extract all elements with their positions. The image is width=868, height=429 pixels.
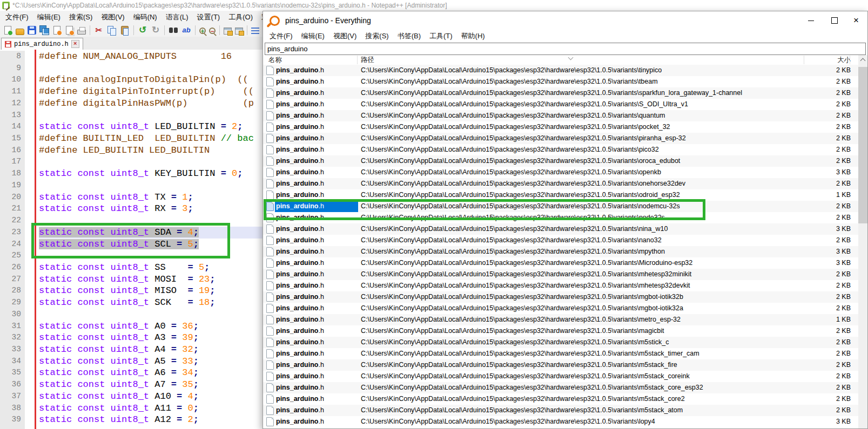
line-number[interactable]: 34: [0, 356, 25, 367]
column-divider[interactable]: [357, 56, 358, 64]
find-icon[interactable]: [169, 25, 178, 35]
line-number[interactable]: 20: [0, 192, 25, 203]
line-number[interactable]: 19: [0, 180, 25, 192]
tab-pins-arduino[interactable]: pins_arduino.h: [1, 38, 83, 50]
line-number[interactable]: 29: [0, 297, 25, 309]
line-number[interactable]: 17: [0, 156, 25, 168]
column-divider[interactable]: [850, 56, 850, 64]
line-number[interactable]: 8: [0, 51, 25, 63]
menu-item[interactable]: 工具(O): [224, 11, 257, 24]
line-number[interactable]: 23: [0, 227, 25, 239]
close-all-docs-icon[interactable]: [66, 26, 73, 35]
menu-item[interactable]: 编码(N): [129, 11, 162, 24]
sync-scroll-vertical-icon[interactable]: [224, 28, 232, 35]
line-number[interactable]: 32: [0, 332, 25, 344]
menu-item[interactable]: 编辑(E): [33, 11, 65, 24]
line-number[interactable]: 18: [0, 168, 25, 180]
menu-item[interactable]: 视图(V): [329, 30, 361, 43]
menu-item[interactable]: 文件(F): [1, 11, 33, 24]
table-row[interactable]: pins_arduino.hC:\Users\KinCony\AppData\L…: [263, 121, 858, 133]
line-number[interactable]: 13: [0, 110, 25, 121]
table-row[interactable]: pins_arduino.hC:\Users\KinCony\AppData\L…: [263, 155, 858, 167]
line-number[interactable]: 33: [0, 344, 25, 356]
table-row[interactable]: pins_arduino.hC:\Users\KinCony\AppData\L…: [263, 133, 858, 144]
column-divider[interactable]: [804, 56, 804, 64]
table-row[interactable]: pins_arduino.hC:\Users\KinCony\AppData\L…: [263, 291, 858, 303]
column-header-size[interactable]: 大小: [837, 56, 851, 65]
table-row[interactable]: pins_arduino.hC:\Users\KinCony\AppData\L…: [263, 65, 858, 76]
table-row[interactable]: pins_arduino.hC:\Users\KinCony\AppData\L…: [263, 99, 858, 110]
replace-icon[interactable]: ab: [181, 25, 191, 35]
new-file-icon[interactable]: [4, 26, 11, 35]
line-number[interactable]: 22: [0, 215, 25, 227]
menu-item[interactable]: 编辑(E): [297, 30, 329, 43]
table-row[interactable]: pins_arduino.hC:\Users\KinCony\AppData\L…: [263, 382, 858, 393]
scrollbar-thumb[interactable]: [858, 67, 867, 223]
undo-icon[interactable]: ↺: [138, 25, 147, 35]
scroll-up-icon[interactable]: [858, 55, 867, 64]
vertical-scrollbar[interactable]: [858, 55, 867, 428]
menu-item[interactable]: 视图(V): [97, 11, 129, 24]
line-number[interactable]: 30: [0, 309, 25, 321]
line-number[interactable]: 27: [0, 274, 25, 285]
table-row[interactable]: pins_arduino.hC:\Users\KinCony\AppData\L…: [263, 257, 858, 269]
line-number[interactable]: 28: [0, 285, 25, 297]
table-row[interactable]: pins_arduino.hC:\Users\KinCony\AppData\L…: [263, 144, 858, 155]
table-row[interactable]: pins_arduino.hC:\Users\KinCony\AppData\L…: [263, 76, 858, 87]
table-row[interactable]: pins_arduino.hC:\Users\KinCony\AppData\L…: [263, 325, 858, 337]
save-icon[interactable]: [28, 26, 36, 35]
paste-icon[interactable]: [121, 26, 129, 35]
line-number[interactable]: 24: [0, 239, 25, 250]
copy-icon[interactable]: [107, 25, 117, 35]
table-row[interactable]: pins_arduino.hC:\Users\KinCony\AppData\L…: [263, 246, 858, 257]
column-header-name[interactable]: 名称: [268, 56, 282, 65]
line-number[interactable]: 16: [0, 145, 25, 156]
redo-icon[interactable]: ↻: [151, 25, 160, 35]
line-number[interactable]: 39: [0, 414, 25, 426]
table-row[interactable]: pins_arduino.hC:\Users\KinCony\AppData\L…: [263, 303, 858, 314]
line-number[interactable]: 12: [0, 98, 25, 110]
menu-item[interactable]: 书签(B): [393, 30, 425, 43]
line-number[interactable]: 14: [0, 121, 25, 133]
minimize-button[interactable]: [802, 11, 820, 30]
maximize-button[interactable]: [825, 11, 844, 30]
table-row[interactable]: pins_arduino.hC:\Users\KinCony\AppData\L…: [263, 359, 858, 371]
table-row[interactable]: pins_arduino.hC:\Users\KinCony\AppData\L…: [263, 280, 858, 291]
line-number[interactable]: 31: [0, 321, 25, 332]
menu-item[interactable]: 搜索(S): [65, 11, 97, 24]
line-number[interactable]: 15: [0, 133, 25, 145]
print-icon[interactable]: [77, 30, 86, 35]
line-number[interactable]: 26: [0, 262, 25, 274]
menu-item[interactable]: 文件(F): [265, 30, 297, 43]
table-row[interactable]: pins_arduino.hC:\Users\KinCony\AppData\L…: [263, 87, 858, 99]
table-row[interactable]: pins_arduino.hC:\Users\KinCony\AppData\L…: [263, 223, 858, 235]
tab-close-icon[interactable]: [71, 40, 79, 48]
sync-scroll-horizontal-icon[interactable]: [235, 28, 243, 35]
table-row[interactable]: pins_arduino.hC:\Users\KinCony\AppData\L…: [263, 371, 858, 382]
zoom-in-icon[interactable]: +: [199, 28, 206, 34]
menu-item[interactable]: 语言(L): [162, 11, 193, 24]
line-number[interactable]: 38: [0, 403, 25, 414]
line-number[interactable]: 21: [0, 203, 25, 215]
line-number[interactable]: 9: [0, 63, 25, 74]
table-row[interactable]: pins_arduino.hC:\Users\KinCony\AppData\L…: [263, 167, 858, 178]
open-file-icon[interactable]: [16, 29, 24, 35]
column-header-path[interactable]: 路径: [361, 56, 374, 65]
line-number[interactable]: 37: [0, 391, 25, 403]
line-number[interactable]: 11: [0, 86, 25, 98]
table-row[interactable]: pins_arduino.hC:\Users\KinCony\AppData\L…: [263, 337, 858, 348]
menu-item[interactable]: 工具(T): [425, 30, 457, 43]
save-all-icon[interactable]: [39, 25, 49, 35]
table-row[interactable]: pins_arduino.hC:\Users\KinCony\AppData\L…: [263, 110, 858, 121]
table-row[interactable]: pins_arduino.hC:\Users\KinCony\AppData\L…: [263, 405, 858, 416]
line-number[interactable]: 35: [0, 367, 25, 379]
zoom-out-icon[interactable]: −: [209, 28, 216, 34]
table-row[interactable]: pins_arduino.hC:\Users\KinCony\AppData\L…: [263, 416, 858, 427]
table-row[interactable]: pins_arduino.hC:\Users\KinCony\AppData\L…: [263, 314, 858, 325]
menu-item[interactable]: 搜索(S): [361, 30, 393, 43]
table-row[interactable]: pins_arduino.hC:\Users\KinCony\AppData\L…: [263, 269, 858, 280]
table-row[interactable]: pins_arduino.hC:\Users\KinCony\AppData\L…: [263, 348, 858, 359]
search-input[interactable]: [265, 43, 865, 55]
line-number[interactable]: 36: [0, 379, 25, 391]
table-row[interactable]: pins_arduino.hC:\Users\KinCony\AppData\L…: [263, 178, 858, 189]
